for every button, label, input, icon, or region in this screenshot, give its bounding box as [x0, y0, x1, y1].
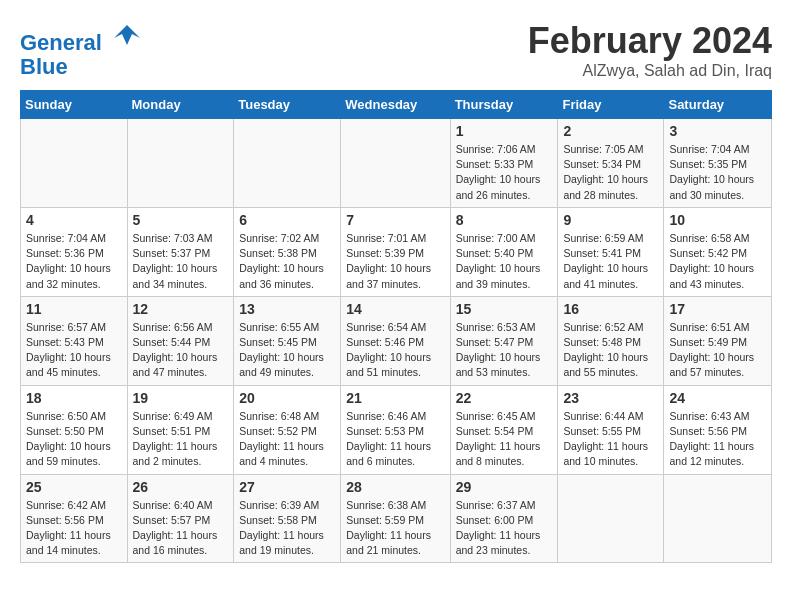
svg-marker-0 — [114, 25, 140, 45]
day-info: Sunrise: 7:04 AM Sunset: 5:35 PM Dayligh… — [669, 142, 766, 203]
calendar-week-4: 18Sunrise: 6:50 AM Sunset: 5:50 PM Dayli… — [21, 385, 772, 474]
calendar-cell — [127, 119, 234, 208]
day-info: Sunrise: 6:44 AM Sunset: 5:55 PM Dayligh… — [563, 409, 658, 470]
day-number: 22 — [456, 390, 553, 406]
day-info: Sunrise: 6:42 AM Sunset: 5:56 PM Dayligh… — [26, 498, 122, 559]
day-number: 8 — [456, 212, 553, 228]
day-number: 1 — [456, 123, 553, 139]
day-info: Sunrise: 6:51 AM Sunset: 5:49 PM Dayligh… — [669, 320, 766, 381]
calendar-cell: 29Sunrise: 6:37 AM Sunset: 6:00 PM Dayli… — [450, 474, 558, 563]
day-info: Sunrise: 6:49 AM Sunset: 5:51 PM Dayligh… — [133, 409, 229, 470]
day-number: 15 — [456, 301, 553, 317]
day-number: 13 — [239, 301, 335, 317]
day-number: 29 — [456, 479, 553, 495]
calendar-header-row: SundayMondayTuesdayWednesdayThursdayFrid… — [21, 91, 772, 119]
calendar-cell: 8Sunrise: 7:00 AM Sunset: 5:40 PM Daylig… — [450, 207, 558, 296]
calendar-week-1: 1Sunrise: 7:06 AM Sunset: 5:33 PM Daylig… — [21, 119, 772, 208]
day-info: Sunrise: 7:04 AM Sunset: 5:36 PM Dayligh… — [26, 231, 122, 292]
day-number: 18 — [26, 390, 122, 406]
calendar-cell: 26Sunrise: 6:40 AM Sunset: 5:57 PM Dayli… — [127, 474, 234, 563]
day-number: 24 — [669, 390, 766, 406]
day-info: Sunrise: 6:52 AM Sunset: 5:48 PM Dayligh… — [563, 320, 658, 381]
calendar-cell: 18Sunrise: 6:50 AM Sunset: 5:50 PM Dayli… — [21, 385, 128, 474]
logo-blue: Blue — [20, 54, 68, 79]
calendar-cell: 4Sunrise: 7:04 AM Sunset: 5:36 PM Daylig… — [21, 207, 128, 296]
day-info: Sunrise: 6:54 AM Sunset: 5:46 PM Dayligh… — [346, 320, 444, 381]
day-info: Sunrise: 6:38 AM Sunset: 5:59 PM Dayligh… — [346, 498, 444, 559]
day-number: 10 — [669, 212, 766, 228]
day-number: 27 — [239, 479, 335, 495]
day-number: 4 — [26, 212, 122, 228]
day-number: 16 — [563, 301, 658, 317]
calendar-week-2: 4Sunrise: 7:04 AM Sunset: 5:36 PM Daylig… — [21, 207, 772, 296]
day-number: 2 — [563, 123, 658, 139]
day-number: 3 — [669, 123, 766, 139]
location: AlZwya, Salah ad Din, Iraq — [528, 62, 772, 80]
calendar-cell: 12Sunrise: 6:56 AM Sunset: 5:44 PM Dayli… — [127, 296, 234, 385]
calendar-header-tuesday: Tuesday — [234, 91, 341, 119]
day-number: 9 — [563, 212, 658, 228]
day-info: Sunrise: 6:50 AM Sunset: 5:50 PM Dayligh… — [26, 409, 122, 470]
calendar-week-5: 25Sunrise: 6:42 AM Sunset: 5:56 PM Dayli… — [21, 474, 772, 563]
calendar-cell: 23Sunrise: 6:44 AM Sunset: 5:55 PM Dayli… — [558, 385, 664, 474]
day-number: 14 — [346, 301, 444, 317]
day-number: 21 — [346, 390, 444, 406]
day-info: Sunrise: 6:46 AM Sunset: 5:53 PM Dayligh… — [346, 409, 444, 470]
page-header: General Blue February 2024 AlZwya, Salah… — [20, 20, 772, 80]
calendar-cell: 19Sunrise: 6:49 AM Sunset: 5:51 PM Dayli… — [127, 385, 234, 474]
calendar-cell: 13Sunrise: 6:55 AM Sunset: 5:45 PM Dayli… — [234, 296, 341, 385]
day-number: 28 — [346, 479, 444, 495]
calendar-cell: 28Sunrise: 6:38 AM Sunset: 5:59 PM Dayli… — [341, 474, 450, 563]
title-block: February 2024 AlZwya, Salah ad Din, Iraq — [528, 20, 772, 80]
month-title: February 2024 — [528, 20, 772, 62]
calendar-cell: 17Sunrise: 6:51 AM Sunset: 5:49 PM Dayli… — [664, 296, 772, 385]
calendar-cell: 21Sunrise: 6:46 AM Sunset: 5:53 PM Dayli… — [341, 385, 450, 474]
calendar-cell — [21, 119, 128, 208]
day-info: Sunrise: 6:48 AM Sunset: 5:52 PM Dayligh… — [239, 409, 335, 470]
calendar-header-friday: Friday — [558, 91, 664, 119]
day-info: Sunrise: 6:55 AM Sunset: 5:45 PM Dayligh… — [239, 320, 335, 381]
day-info: Sunrise: 6:43 AM Sunset: 5:56 PM Dayligh… — [669, 409, 766, 470]
calendar-cell: 16Sunrise: 6:52 AM Sunset: 5:48 PM Dayli… — [558, 296, 664, 385]
calendar-cell: 20Sunrise: 6:48 AM Sunset: 5:52 PM Dayli… — [234, 385, 341, 474]
calendar-cell: 9Sunrise: 6:59 AM Sunset: 5:41 PM Daylig… — [558, 207, 664, 296]
calendar-cell: 11Sunrise: 6:57 AM Sunset: 5:43 PM Dayli… — [21, 296, 128, 385]
day-info: Sunrise: 6:53 AM Sunset: 5:47 PM Dayligh… — [456, 320, 553, 381]
calendar-cell: 6Sunrise: 7:02 AM Sunset: 5:38 PM Daylig… — [234, 207, 341, 296]
day-number: 11 — [26, 301, 122, 317]
day-number: 23 — [563, 390, 658, 406]
day-info: Sunrise: 7:02 AM Sunset: 5:38 PM Dayligh… — [239, 231, 335, 292]
calendar-cell — [341, 119, 450, 208]
calendar-cell: 7Sunrise: 7:01 AM Sunset: 5:39 PM Daylig… — [341, 207, 450, 296]
calendar-week-3: 11Sunrise: 6:57 AM Sunset: 5:43 PM Dayli… — [21, 296, 772, 385]
calendar-cell: 22Sunrise: 6:45 AM Sunset: 5:54 PM Dayli… — [450, 385, 558, 474]
logo: General Blue — [20, 20, 142, 79]
calendar-cell: 5Sunrise: 7:03 AM Sunset: 5:37 PM Daylig… — [127, 207, 234, 296]
calendar-cell: 27Sunrise: 6:39 AM Sunset: 5:58 PM Dayli… — [234, 474, 341, 563]
calendar-cell: 25Sunrise: 6:42 AM Sunset: 5:56 PM Dayli… — [21, 474, 128, 563]
day-number: 19 — [133, 390, 229, 406]
calendar-header-sunday: Sunday — [21, 91, 128, 119]
calendar-cell — [558, 474, 664, 563]
day-info: Sunrise: 7:05 AM Sunset: 5:34 PM Dayligh… — [563, 142, 658, 203]
day-number: 26 — [133, 479, 229, 495]
day-info: Sunrise: 6:39 AM Sunset: 5:58 PM Dayligh… — [239, 498, 335, 559]
day-info: Sunrise: 7:06 AM Sunset: 5:33 PM Dayligh… — [456, 142, 553, 203]
calendar-cell — [234, 119, 341, 208]
calendar-table: SundayMondayTuesdayWednesdayThursdayFrid… — [20, 90, 772, 563]
calendar-header-saturday: Saturday — [664, 91, 772, 119]
day-number: 6 — [239, 212, 335, 228]
day-info: Sunrise: 7:00 AM Sunset: 5:40 PM Dayligh… — [456, 231, 553, 292]
day-info: Sunrise: 6:56 AM Sunset: 5:44 PM Dayligh… — [133, 320, 229, 381]
day-info: Sunrise: 6:59 AM Sunset: 5:41 PM Dayligh… — [563, 231, 658, 292]
calendar-header-wednesday: Wednesday — [341, 91, 450, 119]
calendar-cell: 14Sunrise: 6:54 AM Sunset: 5:46 PM Dayli… — [341, 296, 450, 385]
day-info: Sunrise: 6:57 AM Sunset: 5:43 PM Dayligh… — [26, 320, 122, 381]
day-number: 12 — [133, 301, 229, 317]
day-info: Sunrise: 6:37 AM Sunset: 6:00 PM Dayligh… — [456, 498, 553, 559]
day-number: 20 — [239, 390, 335, 406]
calendar-header-monday: Monday — [127, 91, 234, 119]
calendar-cell: 1Sunrise: 7:06 AM Sunset: 5:33 PM Daylig… — [450, 119, 558, 208]
logo-bird-icon — [112, 20, 142, 50]
calendar-cell: 3Sunrise: 7:04 AM Sunset: 5:35 PM Daylig… — [664, 119, 772, 208]
